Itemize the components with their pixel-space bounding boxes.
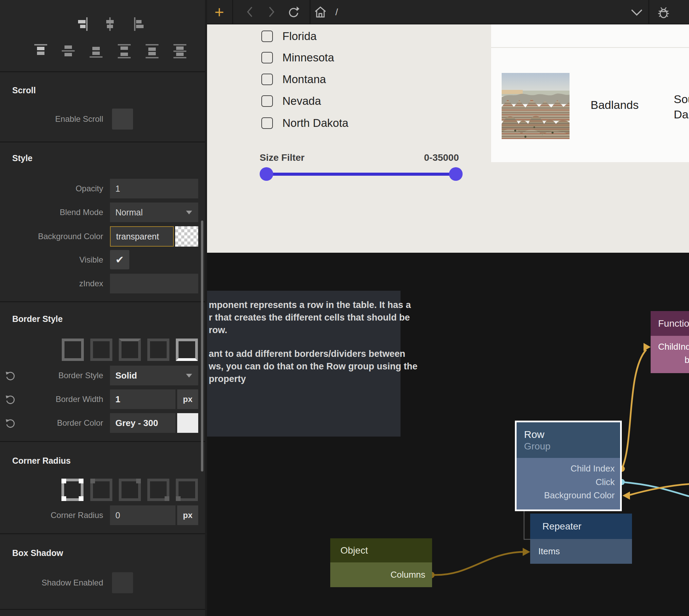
border-style-select[interactable]: Solid	[110, 366, 198, 385]
align-center-icon[interactable]	[61, 43, 75, 59]
node-title: Function	[658, 318, 689, 329]
align-bottom-icon[interactable]	[89, 43, 103, 59]
state-label: Montana	[282, 74, 326, 85]
opacity-input[interactable]: 1	[110, 179, 198, 198]
section-divider	[0, 609, 205, 610]
hierarchy-connector	[524, 509, 530, 539]
border-bottom-preset[interactable]	[176, 339, 198, 361]
size-filter-track[interactable]	[266, 173, 457, 176]
shadow-enabled-checkbox[interactable]	[112, 572, 133, 593]
align-top-icon[interactable]	[34, 43, 48, 59]
add-button[interactable]: +	[211, 0, 227, 24]
home-icon[interactable]	[314, 6, 327, 19]
enable-scroll-label: Enable Scroll	[0, 109, 103, 130]
result-card[interactable]: Badlands South Dakota	[491, 24, 689, 162]
blend-mode-select[interactable]: Normal	[110, 203, 198, 222]
border-style-value: Solid	[115, 370, 137, 381]
port-childindex[interactable]: ChildIndex	[658, 340, 689, 354]
space-between-icon[interactable]	[117, 43, 131, 59]
zindex-input[interactable]	[110, 274, 198, 293]
preview-toolbar: + /	[207, 0, 689, 24]
border-style-label: Border Style	[0, 366, 103, 385]
border-color-label: Border Color	[0, 413, 103, 433]
badlands-image	[502, 73, 570, 139]
state-checkbox-florida[interactable]	[261, 31, 273, 42]
section-divider	[0, 141, 205, 142]
port-b[interactable]: b	[685, 353, 689, 367]
node-subtitle: Group	[524, 441, 620, 452]
corner-radius-input[interactable]: 0	[110, 505, 175, 525]
border-left-preset[interactable]	[90, 339, 112, 361]
row-group-node[interactable]: Row Group Child Index Click Background C…	[515, 421, 622, 511]
size-filter-range: 0-35000	[390, 152, 459, 163]
visible-checkbox[interactable]: ✔	[110, 250, 129, 269]
state-checkbox-minnesota[interactable]	[261, 52, 273, 63]
space-around-icon[interactable]	[145, 43, 159, 59]
back-icon[interactable]	[245, 6, 255, 18]
style-section-title: Style	[12, 153, 33, 163]
scroll-section-title: Scroll	[12, 85, 36, 95]
wire-arrow-icon	[644, 343, 651, 351]
port-child-index[interactable]: Child Index	[517, 462, 615, 476]
enable-scroll-checkbox[interactable]	[112, 109, 133, 130]
port-background-color[interactable]: Background Color	[517, 489, 615, 502]
wire-arrow-icon	[523, 548, 530, 556]
corner-bottom-right-preset[interactable]	[147, 479, 169, 501]
border-color-swatch[interactable]	[177, 413, 198, 433]
border-section-title: Border Style	[12, 314, 63, 324]
wire-arrow-icon	[622, 492, 630, 500]
port-items[interactable]: Items	[538, 545, 560, 558]
toolbar-divider	[232, 0, 233, 24]
state-checkbox-nevada[interactable]	[261, 95, 273, 107]
zindex-label: zIndex	[0, 274, 103, 293]
border-right-preset[interactable]	[147, 339, 169, 361]
function-node[interactable]: Function ChildIndex b	[651, 311, 689, 373]
port-click[interactable]: Click	[517, 476, 615, 489]
repeater-node[interactable]: Repeater Items	[530, 514, 632, 564]
state-label: North Dakota	[282, 117, 348, 129]
chevron-down-icon[interactable]	[631, 9, 643, 16]
justify-center-icon[interactable]	[104, 17, 116, 31]
panel-scrollbar[interactable]	[201, 220, 203, 471]
justify-end-icon[interactable]	[77, 17, 89, 31]
border-width-input[interactable]: 1	[110, 389, 175, 409]
state-checkbox-montana[interactable]	[261, 74, 273, 85]
opacity-label: Opacity	[0, 179, 103, 198]
wire-columns-items[interactable]	[433, 552, 523, 575]
corner-bottom-left-preset[interactable]	[176, 479, 198, 501]
border-color-input[interactable]: Grey - 300	[110, 413, 175, 433]
node-title: Repeater	[542, 521, 632, 532]
refresh-icon[interactable]	[286, 6, 299, 19]
visible-label: Visible	[0, 250, 103, 269]
state-checkbox-north-dakota[interactable]	[261, 117, 273, 129]
size-filter-max-handle[interactable]	[449, 167, 463, 181]
background-color-label: Background Color	[0, 226, 103, 247]
justify-start-icon[interactable]	[133, 17, 145, 31]
border-top-preset[interactable]	[119, 339, 141, 361]
blend-mode-value: Normal	[115, 208, 143, 217]
stretch-icon[interactable]	[173, 43, 187, 59]
object-node[interactable]: Object Columns	[330, 538, 432, 587]
chevron-down-icon	[186, 374, 192, 378]
background-color-input[interactable]: transparent	[110, 226, 174, 247]
card-title: Badlands	[591, 98, 639, 112]
url-path[interactable]: /	[335, 7, 338, 18]
node-graph-canvas[interactable]: mponent represents a row in the table. I…	[207, 253, 689, 616]
border-width-unit[interactable]: px	[177, 389, 198, 409]
size-filter-label: Size Filter	[260, 152, 304, 163]
properties-panel: Scroll Enable Scroll Style Opacity 1 Ble…	[0, 0, 207, 616]
transparency-swatch[interactable]	[175, 226, 198, 247]
corner-radius-unit[interactable]: px	[177, 505, 198, 525]
port-columns[interactable]: Columns	[390, 568, 425, 582]
section-divider	[0, 71, 205, 72]
app-window: + / Fl	[0, 0, 689, 616]
shadow-section-title: Box Shadow	[12, 548, 63, 558]
corner-top-left-preset[interactable]	[90, 479, 112, 501]
forward-icon[interactable]	[266, 6, 276, 18]
corner-top-right-preset[interactable]	[119, 479, 141, 501]
debug-bug-icon[interactable]	[656, 4, 671, 21]
wire-childindex[interactable]	[622, 350, 646, 469]
border-all-preset[interactable]	[62, 339, 84, 361]
corner-all-preset[interactable]	[61, 479, 83, 501]
size-filter-min-handle[interactable]	[260, 167, 273, 181]
